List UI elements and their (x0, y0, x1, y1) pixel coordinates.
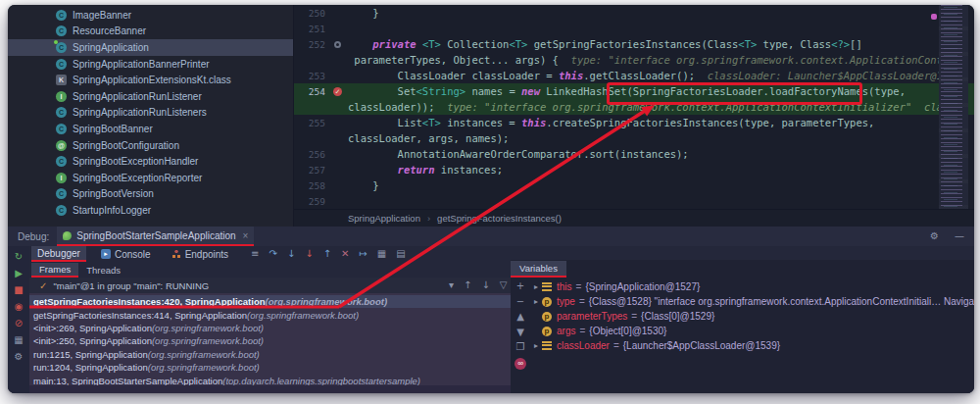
tree-item-SpringApplicationRunListeners[interactable]: CSpringApplicationRunListeners (8, 105, 293, 122)
code-line-wrap[interactable]: parameterTypes, Object... args) { type: … (294, 52, 974, 68)
code-line-250[interactable]: 250 } (294, 5, 974, 21)
breakpoint-icon[interactable]: ✓ (333, 87, 342, 96)
tree-item-ImageBanner[interactable]: CImageBanner (8, 7, 293, 24)
frame-row[interactable]: getSpringFactoriesInstances:420, SpringA… (29, 295, 511, 308)
code-line-258[interactable]: 258 } (294, 177, 974, 193)
frame-row[interactable]: <init>:250, SpringApplication (org.sprin… (29, 334, 511, 347)
step-over-icon[interactable]: ↓ (287, 249, 295, 259)
rerun-icon[interactable]: ↻ (15, 252, 23, 262)
variable-row[interactable]: pargs={Object[0]@1530} (530, 324, 974, 338)
frame-row[interactable]: run:1215, SpringApplication (org.springf… (29, 348, 511, 361)
restore-layout-icon[interactable]: ▤ (396, 249, 405, 259)
debug-session-tab[interactable]: SpringBootStarterSampleApplication × (57, 227, 254, 246)
variable-row[interactable]: pparameterTypes={Class[0]@1529} (530, 309, 974, 324)
debugger-tab-row: Debugger ▸ Console Endpoints ≡↷↓↓↑✕↦▦▤ (29, 246, 511, 262)
thread-dump-icon[interactable]: ▦ (14, 335, 23, 345)
tree-item-SpringApplication[interactable]: CSpringApplication (8, 39, 293, 56)
code-line-wrap[interactable]: classLoader, args, names); (294, 130, 974, 146)
expand-chevron-icon[interactable]: ▸ (530, 341, 542, 350)
expand-chevron-icon[interactable]: ▸ (530, 282, 542, 291)
variables-tab-row: Variables (511, 260, 974, 278)
thread-status-row[interactable]: ✓ "main"@1 in group "main": RUNNING ▾↑↓▽ (29, 278, 511, 293)
variable-row[interactable]: ▸this={SpringApplication@1527} (530, 279, 974, 294)
frame-down-icon[interactable]: ↓ (481, 280, 489, 290)
tab-variables[interactable]: Variables (511, 261, 566, 278)
tree-item-label: SpringBootBanner (73, 124, 153, 134)
code-line-wrap[interactable]: classLoader)); type: "interface org.spri… (294, 99, 974, 115)
evaluate-watch-icon[interactable]: ∞ (514, 358, 526, 370)
field-icon (542, 341, 552, 350)
frame-row[interactable]: run:1204, SpringApplication (org.springf… (29, 361, 511, 374)
force-step-into-icon[interactable]: ↓ (305, 249, 313, 259)
tree-item-label: SpringBootExceptionHandler (73, 156, 198, 167)
code-line-254[interactable]: 254✓ Set<String> names = new LinkedHashS… (294, 83, 974, 99)
tab-endpoints[interactable]: Endpoints (166, 246, 234, 262)
subtab-threads[interactable]: Threads (78, 263, 128, 278)
resume-icon[interactable]: ▶ (15, 269, 23, 278)
breadcrumb-class[interactable]: SpringApplication (348, 213, 420, 224)
code-minimap[interactable] (939, 5, 968, 209)
tree-item-SpringBootExceptionHandler[interactable]: CSpringBootExceptionHandler (8, 153, 293, 170)
debug-body: ↻▶■◉⊘▦⚙ Debugger ▸ Console Endpoints (8, 246, 974, 393)
tree-item-ResourceBanner[interactable]: CResourceBanner (8, 24, 293, 40)
move-up-icon[interactable]: ▲ (516, 312, 524, 322)
tree-item-SpringBootExceptionReporter[interactable]: ISpringBootExceptionReporter (8, 170, 293, 186)
tree-item-SpringBootConfiguration[interactable]: @SpringBootConfiguration (8, 137, 293, 154)
code-text: AnnotationAwareOrderComparator.sort(inst… (348, 148, 974, 160)
code-line-253[interactable]: 253 ClassLoader classLoader = this.getCl… (294, 68, 974, 83)
debug-settings-icon[interactable]: ⚙ (15, 352, 24, 362)
tab-endpoints-label: Endpoints (185, 249, 228, 260)
tree-item-SpringBootVersion[interactable]: CSpringBootVersion (8, 186, 293, 203)
filter-frames-icon[interactable]: ▽ (500, 280, 508, 290)
class-icon: C (56, 42, 67, 53)
hide-icon[interactable]: — (955, 231, 964, 241)
breadcrumb-method[interactable]: getSpringFactoriesInstances() (437, 213, 562, 224)
tree-item-SpringApplicationBannerPrinter[interactable]: CSpringApplicationBannerPrinter (8, 56, 293, 73)
code-line-251[interactable]: 251 (294, 21, 974, 36)
move-down-icon[interactable]: ▼ (516, 328, 524, 337)
step-out-icon[interactable]: ↑ (323, 249, 331, 259)
frame-row[interactable]: <init>:269, SpringApplication (org.sprin… (29, 322, 511, 334)
code-line-255[interactable]: 255 List<T> instances = this.createSprin… (294, 115, 974, 130)
code-line-256[interactable]: 256 AnnotationAwareOrderComparator.sort(… (294, 146, 974, 162)
tree-item-SpringApplicationRunListener[interactable]: ISpringApplicationRunListener (8, 88, 293, 105)
frame-row[interactable]: getSpringFactoriesInstances:414, SpringA… (29, 308, 511, 321)
run-to-cursor-icon[interactable]: ↦ (359, 249, 367, 259)
remove-watch-icon[interactable]: − (516, 297, 524, 307)
expand-chevron-icon[interactable]: ▸ (530, 297, 542, 306)
evaluate-expression-icon[interactable]: ▦ (377, 249, 386, 259)
layout-settings-icon[interactable]: ≡ (251, 249, 259, 259)
code-line-259[interactable]: 259 (294, 193, 974, 209)
settings-icon[interactable]: ⚙ (930, 231, 939, 241)
frame-location: run:1215, SpringApplication (33, 349, 148, 360)
drop-frame-icon[interactable]: ✕ (341, 249, 349, 259)
stop-icon[interactable]: ■ (14, 285, 23, 295)
tab-console[interactable]: ▸ Console (95, 246, 157, 262)
code-line-252[interactable]: 252 private <T> Collection<T> getSpringF… (294, 36, 974, 52)
tree-item-SpringBootBanner[interactable]: CSpringBootBanner (8, 121, 293, 137)
view-breakpoints-icon[interactable]: ◉ (15, 302, 24, 312)
code-editor[interactable]: 250 }251252 private <T> Collection<T> ge… (294, 5, 974, 227)
frame-package: (org.springframework.boot) (152, 335, 264, 346)
thread-dropdown-icon[interactable]: ▾ (449, 280, 454, 290)
variables-pane-top (511, 246, 974, 260)
show-execution-point-icon[interactable]: ↷ (270, 249, 277, 259)
subtab-frames[interactable]: Frames (31, 263, 78, 278)
add-watch-icon[interactable]: + (516, 281, 524, 291)
duplicate-icon[interactable]: ❐ (516, 342, 525, 352)
close-icon[interactable]: × (243, 230, 249, 241)
tree-item-SpringApplicationExtensionsKt.class[interactable]: KSpringApplicationExtensionsKt.class (8, 72, 293, 88)
code-line-257[interactable]: 257 return instances; (294, 162, 974, 177)
tree-item-StartupInfoLogger[interactable]: CStartupInfoLogger (8, 202, 293, 219)
frame-location: <init>:269, SpringApplication (33, 323, 152, 333)
frame-up-icon[interactable]: ↑ (464, 280, 471, 290)
tab-debugger[interactable]: Debugger (31, 246, 86, 262)
code-lines[interactable]: 250 }251252 private <T> Collection<T> ge… (294, 5, 974, 209)
ktfile-icon: K (56, 75, 67, 85)
variable-row[interactable]: ▸classLoader={Launcher$AppClassLoader@15… (530, 338, 974, 353)
line-number: 259 (294, 196, 327, 207)
variable-row[interactable]: ▸ptype={Class@1528} "interface org.sprin… (530, 294, 974, 309)
code-text: classLoader, args, names); (348, 132, 974, 144)
mute-breakpoints-icon[interactable]: ⊘ (15, 319, 23, 328)
frame-row[interactable]: main:13, SpringBootStarterSampleApplicat… (29, 374, 511, 385)
